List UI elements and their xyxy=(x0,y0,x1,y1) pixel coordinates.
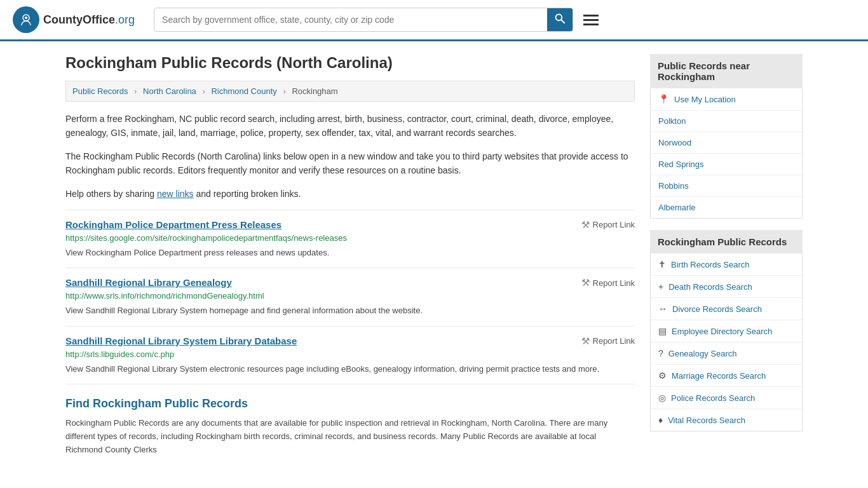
search-input[interactable] xyxy=(154,10,547,30)
record-link[interactable]: Vital Records Search xyxy=(668,416,745,425)
record-link-icon: ✝ xyxy=(658,259,666,269)
nearby-locations: PolktonNorwoodRed SpringsRobbinsAlbemarl… xyxy=(651,111,802,218)
content-area: Rockingham Public Records (North Carolin… xyxy=(65,54,635,457)
breadcrumb-sep: › xyxy=(202,86,205,96)
logo-area: CountyOffice.org xyxy=(13,6,135,33)
nearby-location-item[interactable]: Albemarle xyxy=(651,197,802,218)
svg-line-4 xyxy=(561,20,564,23)
record-link-icon: ⚙ xyxy=(658,370,667,381)
record-item: Rockingham Police Department Press Relea… xyxy=(65,210,635,269)
desc3-suffix: and reporting broken links. xyxy=(194,189,301,199)
record-link-icon: ♦ xyxy=(658,415,663,425)
nearby-location-link[interactable]: Norwood xyxy=(658,138,691,147)
nearby-heading: Public Records near Rockingham xyxy=(650,54,803,88)
record-link-icon: ◎ xyxy=(658,393,666,403)
record-title[interactable]: Sandhill Regional Library System Library… xyxy=(65,336,297,346)
search-area xyxy=(154,8,573,32)
records-links-list: ✝ Birth Records Search + Death Records S… xyxy=(650,254,803,431)
record-link[interactable]: Employee Directory Search xyxy=(672,327,772,336)
nearby-list: 📍 Use My Location PolktonNorwoodRed Spri… xyxy=(650,88,803,219)
svg-point-2 xyxy=(25,17,27,19)
record-url[interactable]: http://www.srls.info/richmond/richmondGe… xyxy=(65,291,635,301)
record-url[interactable]: http://srls.libguides.com/c.php xyxy=(65,349,635,359)
record-link-item[interactable]: ♦ Vital Records Search xyxy=(651,409,802,431)
description-2: The Rockingham Public Records (North Car… xyxy=(65,149,635,178)
nearby-location-link[interactable]: Albemarle xyxy=(658,203,696,212)
record-link[interactable]: Marriage Records Search xyxy=(672,371,766,381)
menu-line xyxy=(583,15,599,17)
nearby-location-item[interactable]: Red Springs xyxy=(651,154,802,175)
record-header: Sandhill Regional Library System Library… xyxy=(65,336,635,347)
report-icon: ⚒ xyxy=(581,219,590,231)
nearby-location-link[interactable]: Polkton xyxy=(658,116,686,126)
sidebar: Public Records near Rockingham 📍 Use My … xyxy=(650,54,803,457)
breadcrumb-sep: › xyxy=(283,86,285,96)
breadcrumb-current: Rockingham xyxy=(292,86,337,96)
menu-line xyxy=(583,24,599,25)
breadcrumb-north-carolina[interactable]: North Carolina xyxy=(143,86,196,96)
record-desc: View Rockingham Police Department press … xyxy=(65,247,635,259)
svg-point-0 xyxy=(18,11,34,28)
record-desc: View Sandhill Regional Library System el… xyxy=(65,363,635,376)
description-1: Perform a free Rockingham, NC public rec… xyxy=(65,112,635,140)
record-link[interactable]: Death Records Search xyxy=(668,282,752,292)
record-link-item[interactable]: ✝ Birth Records Search xyxy=(651,254,802,276)
desc3-prefix: Help others by sharing xyxy=(65,189,157,199)
record-link[interactable]: Genealogy Search xyxy=(668,349,737,358)
record-link[interactable]: Divorce Records Search xyxy=(672,304,762,314)
location-icon: 📍 xyxy=(658,94,669,104)
logo-icon xyxy=(13,6,39,33)
nearby-location-item[interactable]: Polkton xyxy=(651,111,802,132)
nearby-location-item[interactable]: Norwood xyxy=(651,132,802,154)
breadcrumb-richmond-county[interactable]: Richmond County xyxy=(211,86,276,96)
record-header: Rockingham Police Department Press Relea… xyxy=(65,219,635,231)
record-item: Sandhill Regional Library System Library… xyxy=(65,327,635,385)
record-header: Sandhill Regional Library Genealogy ⚒ Re… xyxy=(65,277,635,288)
nearby-location-link[interactable]: Red Springs xyxy=(658,159,704,169)
header: CountyOffice.org xyxy=(0,0,868,41)
breadcrumb-public-records[interactable]: Public Records xyxy=(72,86,128,96)
record-link-item[interactable]: + Death Records Search xyxy=(651,276,802,298)
record-link-icon: + xyxy=(658,281,663,292)
breadcrumb: Public Records › North Carolina › Richmo… xyxy=(65,81,635,102)
record-url[interactable]: https://sites.google.com/site/rockingham… xyxy=(65,233,635,243)
records-section: Rockingham Public Records ✝ Birth Record… xyxy=(650,230,803,431)
nearby-location-item[interactable]: Robbins xyxy=(651,175,802,197)
menu-line xyxy=(583,19,599,21)
record-item: Sandhill Regional Library Genealogy ⚒ Re… xyxy=(65,268,635,327)
new-links-link[interactable]: new links xyxy=(157,189,194,199)
nearby-location-link[interactable]: Robbins xyxy=(658,181,689,191)
record-link-item[interactable]: ▤ Employee Directory Search xyxy=(651,320,802,342)
search-button[interactable] xyxy=(547,8,573,31)
record-link-icon: ▤ xyxy=(658,326,667,336)
find-section: Find Rockingham Public Records Rockingha… xyxy=(65,397,635,456)
use-location-link[interactable]: Use My Location xyxy=(674,95,736,104)
record-link-item[interactable]: ⚙ Marriage Records Search xyxy=(651,365,802,387)
record-link-item[interactable]: ? Genealogy Search xyxy=(651,342,802,365)
record-desc: View Sandhill Regional Library System ho… xyxy=(65,304,635,317)
records-heading: Rockingham Public Records xyxy=(650,230,803,254)
records-list: Rockingham Police Department Press Relea… xyxy=(65,210,635,385)
nearby-section: Public Records near Rockingham 📍 Use My … xyxy=(650,54,803,219)
record-link[interactable]: Birth Records Search xyxy=(671,260,750,269)
record-title[interactable]: Rockingham Police Department Press Relea… xyxy=(65,219,281,230)
record-link-item[interactable]: ◎ Police Records Search xyxy=(651,387,802,409)
record-title[interactable]: Sandhill Regional Library Genealogy xyxy=(65,277,232,288)
report-link[interactable]: ⚒ Report Link xyxy=(581,336,635,347)
breadcrumb-sep: › xyxy=(134,86,137,96)
main-container: Rockingham Public Records (North Carolin… xyxy=(53,41,815,470)
report-icon: ⚒ xyxy=(581,336,590,347)
report-icon: ⚒ xyxy=(581,277,590,288)
record-link-icon: ? xyxy=(658,348,663,358)
record-link-icon: ↔ xyxy=(658,304,667,314)
use-location-item[interactable]: 📍 Use My Location xyxy=(651,88,802,111)
report-link[interactable]: ⚒ Report Link xyxy=(581,277,635,288)
find-section-title: Find Rockingham Public Records xyxy=(65,397,635,410)
hamburger-menu-button[interactable] xyxy=(580,11,602,29)
record-link-item[interactable]: ↔ Divorce Records Search xyxy=(651,298,802,320)
report-link[interactable]: ⚒ Report Link xyxy=(581,219,635,231)
record-link[interactable]: Police Records Search xyxy=(671,393,755,403)
logo-text: CountyOffice.org xyxy=(43,13,135,27)
description-3: Help others by sharing new links and rep… xyxy=(65,187,635,201)
page-title: Rockingham Public Records (North Carolin… xyxy=(65,54,635,72)
